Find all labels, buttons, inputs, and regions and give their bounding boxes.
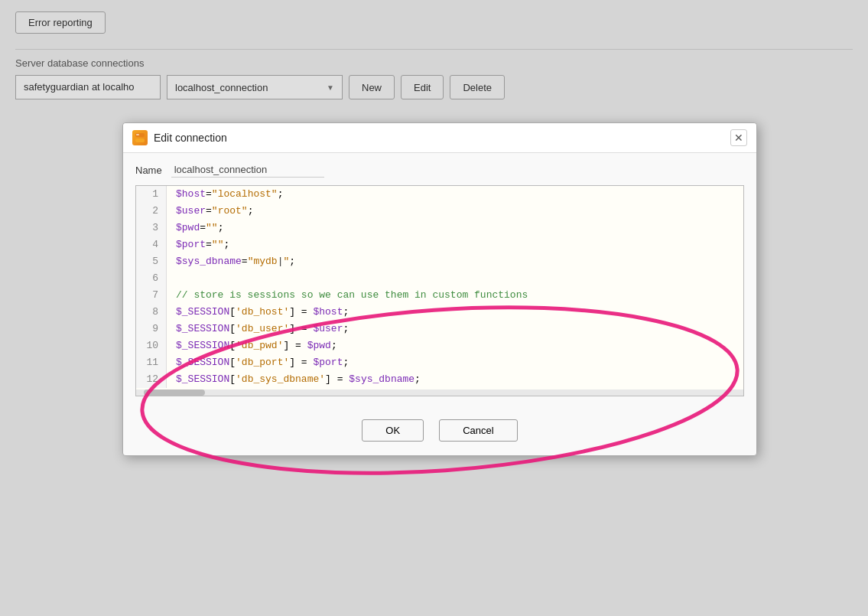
line-num-2: 2 [136,203,167,220]
code-line-6: 6 [136,270,743,287]
dialog-title-left: Edit connection [132,130,227,145]
dialog-footer: OK Cancel [123,406,756,455]
edit-connection-dialog: Edit connection ✕ Name 1 $host="localhos… [122,122,757,456]
dialog-titlebar: Edit connection ✕ [123,123,756,153]
code-line-9: 9 $_SESSION['db_user'] = $user; [136,321,743,337]
line-content-9: $_SESSION['db_user'] = $user; [167,321,349,337]
svg-rect-1 [135,139,145,142]
line-num-7: 7 [136,287,167,304]
line-num-10: 10 [136,337,167,354]
line-num-12: 12 [136,371,167,388]
code-line-8: 8 $_SESSION['db_host'] = $host; [136,304,743,321]
main-panel: Error reporting Server database connecti… [0,0,868,616]
line-content-1: $host="localhost"; [167,186,283,203]
line-content-11: $_SESSION['db_port'] = $port; [167,354,349,371]
line-num-3: 3 [136,220,167,236]
code-line-1: 1 $host="localhost"; [136,186,743,203]
line-num-6: 6 [136,270,167,287]
name-label: Name [135,165,162,176]
line-content-8: $_SESSION['db_host'] = $host; [167,304,349,321]
line-content-3: $pwd=""; [167,220,223,236]
scrollbar-thumb[interactable] [144,389,205,396]
cancel-button[interactable]: Cancel [439,419,517,442]
line-num-1: 1 [136,186,167,203]
code-line-11: 11 $_SESSION['db_port'] = $port; [136,354,743,371]
dialog-icon [132,130,148,145]
line-content-2: $user="root"; [167,203,253,220]
dialog-close-button[interactable]: ✕ [730,129,747,146]
name-row: Name [135,162,744,178]
svg-rect-2 [136,134,139,135]
editor-scrollbar[interactable] [136,389,743,396]
code-line-12: 12 $_SESSION['db_sys_dbname'] = $sys_dbn… [136,371,743,388]
line-content-6 [167,270,176,287]
line-num-11: 11 [136,354,167,371]
code-line-2: 2 $user="root"; [136,203,743,220]
code-line-3: 3 $pwd=""; [136,220,743,236]
code-line-10: 10 $_SESSION['db_pwd'] = $pwd; [136,337,743,354]
line-num-9: 9 [136,321,167,337]
dialog-title: Edit connection [154,132,227,144]
line-content-7: // store is sessions so we can use them … [167,287,528,304]
code-line-7: 7 // store is sessions so we can use the… [136,287,743,304]
dialog-body: Name 1 $host="localhost"; 2 $user="root"… [123,153,756,406]
name-input[interactable] [171,162,324,178]
line-content-12: $_SESSION['db_sys_dbname'] = $sys_dbname… [167,371,421,388]
line-num-4: 4 [136,236,167,253]
line-content-4: $port=""; [167,236,229,253]
line-content-5: $sys_dbname="mydb|"; [167,253,295,270]
code-lines: 1 $host="localhost"; 2 $user="root"; 3 $… [136,186,743,388]
code-line-5: 5 $sys_dbname="mydb|"; [136,253,743,270]
code-line-4: 4 $port=""; [136,236,743,253]
line-content-10: $_SESSION['db_pwd'] = $pwd; [167,337,337,354]
line-num-8: 8 [136,304,167,321]
code-editor[interactable]: 1 $host="localhost"; 2 $user="root"; 3 $… [135,185,744,396]
line-num-5: 5 [136,253,167,270]
ok-button[interactable]: OK [362,419,424,442]
